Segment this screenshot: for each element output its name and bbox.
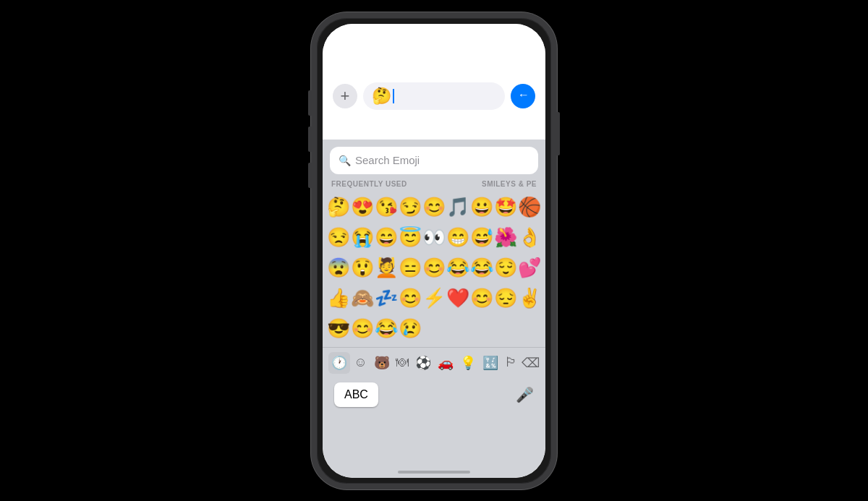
emoji-neutral[interactable]: 😑 (399, 253, 422, 283)
category-recent[interactable]: 🕐 (328, 352, 350, 374)
phone-frame: + 🤔 ↑ 🔍 Search Emoji FREQUENTLY USED SMI… (311, 12, 557, 489)
emoji-astonished[interactable]: 😲 (351, 253, 375, 283)
emoji-smile2[interactable]: 😊 (422, 253, 446, 283)
emoji-grid: 🤔 😍 😘 😏 😊 🎵 😀 🤩 🏀 😒 😭 😄 😇 👀 😁 😅 🌺 (323, 191, 545, 346)
emoji-see-no-evil[interactable]: 🙈 (351, 283, 375, 314)
send-button[interactable]: ↑ (511, 84, 535, 108)
category-food[interactable]: 🍽 (393, 352, 412, 373)
emoji-pensive[interactable]: 😔 (493, 283, 517, 314)
emoji-music[interactable]: 🎵 (446, 192, 469, 223)
message-input[interactable]: 🤔 (363, 82, 505, 110)
emoji-heart[interactable]: ❤️ (446, 283, 469, 314)
thinking-emoji: 🤔 (372, 88, 391, 104)
abc-button[interactable]: ABC (334, 382, 378, 407)
plus-button[interactable]: + (333, 84, 357, 108)
emoji-person-massage[interactable]: 💆 (375, 253, 399, 283)
emoji-basketball[interactable]: 🏀 (517, 192, 541, 223)
text-cursor (393, 89, 394, 103)
category-flags[interactable]: 🏳 (502, 352, 521, 373)
send-arrow-icon: ↑ (516, 93, 529, 98)
emoji-thinking[interactable]: 🤔 (327, 192, 351, 223)
bottom-bar: ABC 🎤 (323, 378, 545, 414)
category-objects[interactable]: 💡 (457, 352, 479, 374)
emoji-ok-hand[interactable]: 👌 (517, 223, 541, 253)
emoji-sweat[interactable]: 😅 (469, 223, 493, 253)
emoji-grinning[interactable]: 😊 (399, 283, 422, 314)
emoji-cry2[interactable]: 😢 (399, 314, 422, 344)
emoji-heart-eyes[interactable]: 😍 (351, 192, 375, 223)
home-indicator (398, 471, 470, 474)
emoji-zzz[interactable]: 💤 (375, 283, 399, 314)
category-symbols[interactable]: 🔣 (480, 352, 501, 374)
emoji-rofl[interactable]: 😂 (446, 253, 469, 283)
search-icon: 🔍 (339, 155, 351, 166)
emoji-joy[interactable]: 😂 (469, 253, 493, 283)
section-labels: FREQUENTLY USED SMILEYS & PE (323, 179, 545, 191)
emoji-unamused[interactable]: 😒 (327, 223, 351, 253)
emoji-smile3[interactable]: 😊 (469, 283, 493, 314)
emoji-thumbsup[interactable]: 👍 (327, 283, 351, 314)
search-placeholder: Search Emoji (355, 154, 420, 166)
emoji-zap[interactable]: ⚡ (422, 283, 446, 314)
emoji-cool[interactable]: 😎 (327, 314, 351, 344)
plus-icon: + (341, 87, 350, 106)
emoji-two-hearts[interactable]: 💕 (517, 253, 541, 283)
emoji-hibiscus[interactable]: 🌺 (493, 223, 517, 253)
emoji-smirk[interactable]: 😏 (399, 192, 422, 223)
delete-button[interactable]: ⌫ (522, 355, 540, 371)
emoji-grin[interactable]: 😄 (375, 223, 399, 253)
category-smiley[interactable]: ☺ (351, 352, 370, 373)
emoji-starstruck[interactable]: 🤩 (493, 192, 517, 223)
emoji-search-bar[interactable]: 🔍 Search Emoji (330, 147, 538, 174)
emoji-laugh[interactable]: 😂 (375, 314, 399, 344)
microphone-icon[interactable]: 🎤 (516, 386, 534, 403)
emoji-victory[interactable]: ✌️ (517, 283, 541, 314)
emoji-relieved[interactable]: 😌 (493, 253, 517, 283)
top-area: + 🤔 ↑ (323, 24, 545, 140)
emoji-eyes[interactable]: 👀 (422, 223, 446, 253)
emoji-blush[interactable]: 😊 (422, 192, 446, 223)
section-label-right: SMILEYS & PE (482, 180, 537, 188)
emoji-fearful[interactable]: 😨 (327, 253, 351, 283)
emoji-crying[interactable]: 😭 (351, 223, 375, 253)
emoji-smile[interactable]: 😀 (469, 192, 493, 223)
emoji-teeth[interactable]: 😁 (446, 223, 469, 253)
category-sports[interactable]: ⚽ (412, 352, 434, 374)
category-travel[interactable]: 🚗 (435, 352, 456, 374)
category-bar: 🕐 ☺ 🐻 🍽 ⚽ 🚗 💡 🔣 🏳 ⌫ (323, 347, 545, 378)
emoji-keyboard: 🔍 Search Emoji FREQUENTLY USED SMILEYS &… (323, 140, 545, 478)
emoji-kiss[interactable]: 😘 (375, 192, 399, 223)
section-label-left: FREQUENTLY USED (331, 180, 407, 188)
screen: + 🤔 ↑ 🔍 Search Emoji FREQUENTLY USED SMI… (323, 24, 545, 478)
emoji-halo[interactable]: 😇 (399, 223, 422, 253)
emoji-grin2[interactable]: 😊 (351, 314, 375, 344)
category-animals[interactable]: 🐻 (371, 352, 393, 374)
